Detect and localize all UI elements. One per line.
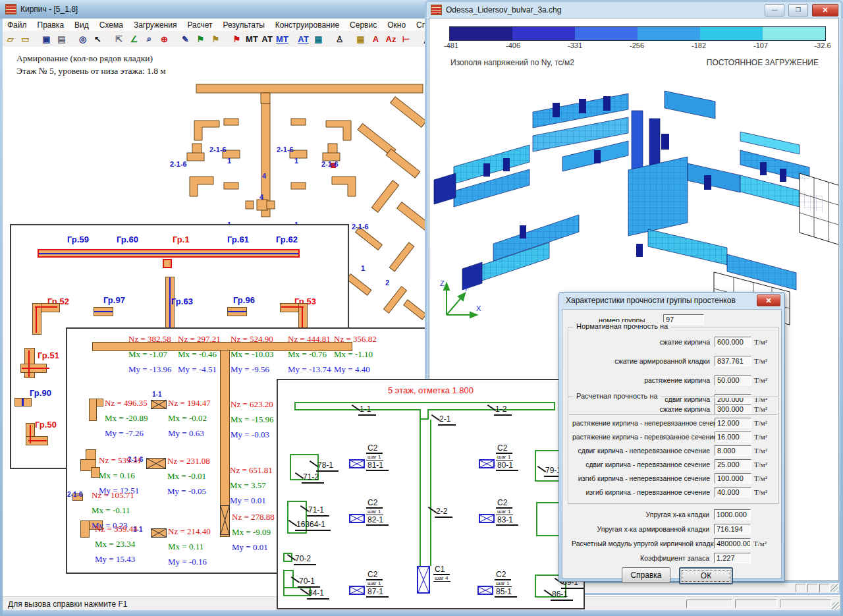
menu-item[interactable]: Загружения: [129, 20, 182, 30]
flag-marker-icon[interactable]: ⊢: [398, 32, 414, 46]
field-label: изгиб кирпича - неперевязанное сечение: [572, 474, 715, 482]
section-tag: 1-1: [152, 391, 161, 398]
flags-green-icon[interactable]: ⚑: [193, 32, 208, 46]
close-button[interactable]: ✕: [812, 4, 838, 16]
odessa-title: Odessa_Lidersov_bulvar_3a.chg: [446, 5, 761, 14]
value-field[interactable]: 12.000: [715, 418, 751, 428]
menu-item[interactable]: Конструирование: [271, 20, 344, 30]
normative-group-title: Нормативная прочность на: [574, 322, 670, 330]
value-field[interactable]: 8.000: [715, 445, 751, 456]
value-field[interactable]: 50.000: [715, 375, 751, 385]
at-icon[interactable]: АТ: [259, 32, 275, 46]
unit-label: Т/м²: [751, 357, 775, 365]
resize-grip[interactable]: [832, 602, 840, 610]
force-values: Nz = 231.08Mx = -0.01My = -0.05: [167, 456, 210, 497]
value-field[interactable]: 25.000: [715, 459, 751, 470]
menu-item[interactable]: Окно: [383, 20, 410, 30]
menu-item[interactable]: Расчет: [182, 20, 217, 30]
axis-z-label: Z: [440, 279, 445, 287]
value-field[interactable]: 40.000: [715, 487, 751, 497]
save-icon[interactable]: ▣: [39, 32, 54, 46]
resize-grip[interactable]: [830, 584, 838, 592]
odessa-icon: [431, 5, 442, 15]
at-active-icon[interactable]: АТ: [296, 32, 311, 46]
select-poly-icon[interactable]: ⇱: [111, 32, 126, 46]
dialog-title-bar[interactable]: Характеристики прочности группы простенк…: [559, 293, 784, 308]
menu-item[interactable]: Файл: [3, 20, 32, 30]
menu-item[interactable]: Вид: [70, 20, 94, 30]
pier-label: 84-1: [307, 588, 329, 600]
window-frame-bottom: [0, 610, 843, 616]
minimize-button[interactable]: —: [765, 4, 784, 16]
axes-triad: Z Y X: [435, 277, 484, 326]
value-field[interactable]: 16.000: [715, 432, 751, 442]
value-field[interactable]: 600.000: [715, 337, 751, 347]
flag-red-icon[interactable]: ⚑: [229, 32, 244, 46]
field-label: сдвиг кирпича - перевязанное сечение: [572, 461, 715, 468]
legend-value: -107: [747, 42, 775, 49]
field-label: сжатие кирпича: [572, 338, 715, 346]
field-label: сдвиг кирпича - неперевязанное сечение: [572, 447, 715, 455]
ok-button[interactable]: ОК: [679, 567, 733, 584]
value-field[interactable]: 300.000: [715, 404, 751, 414]
help-button[interactable]: Справка: [622, 567, 670, 583]
dialog-close-button[interactable]: ✕: [757, 294, 780, 306]
restore-button[interactable]: ❐: [788, 4, 808, 16]
flags-yellow-icon[interactable]: ⚑: [208, 32, 223, 46]
dialog-row: сжатие кирпича 600.000 Т/м²: [568, 332, 778, 351]
mt-active-icon[interactable]: МТ: [275, 32, 290, 46]
pencil-icon[interactable]: ✎: [178, 32, 193, 46]
rebar-callout: С2шаг 182-1: [366, 498, 396, 526]
value-field[interactable]: 837.761: [715, 356, 751, 366]
zoom-icon[interactable]: ⌕: [142, 32, 157, 46]
value-field[interactable]: 716.194: [714, 524, 751, 534]
text-a-icon[interactable]: А: [368, 32, 383, 46]
mt-icon[interactable]: МТ: [244, 32, 259, 46]
force-values: Nz = 278.88Mx = -9.09My = 0.01: [232, 512, 275, 553]
open-folder-icon[interactable]: ▭: [18, 32, 33, 46]
wall-piece: [14, 398, 32, 406]
select-cursor-icon[interactable]: ↖: [90, 32, 105, 46]
status-panel: [686, 600, 732, 608]
value-field[interactable]: 100.000: [715, 473, 751, 484]
section-mark: 1-2: [494, 405, 512, 416]
design-groupbox: Расчетная прочность на сжатие кирпича 30…: [568, 397, 778, 504]
section-tag: 2-1-6: [67, 491, 82, 498]
result-table-icon[interactable]: ▦: [311, 32, 326, 46]
menu-item[interactable]: Сервис: [345, 20, 381, 30]
dialog-row: сдвиг кирпича - перевязанное сечение 25.…: [568, 457, 778, 471]
pier-label: 71-1: [307, 505, 329, 517]
pan-crosshair-icon[interactable]: ⊕: [157, 32, 172, 46]
axis-x-label: X: [476, 304, 481, 312]
value-field[interactable]: 480000.000: [714, 538, 751, 549]
menu-item[interactable]: Схема: [95, 20, 128, 30]
group-label: Гр.59: [67, 235, 89, 244]
main-window-title: Кирпич - [5_1,8]: [20, 5, 78, 14]
print-preview-icon[interactable]: ◎: [75, 32, 90, 46]
pier-label: 70-1: [298, 576, 320, 588]
text-az-icon[interactable]: Аz: [383, 32, 398, 46]
plan-label: 2-1-6: [209, 146, 227, 154]
plan-label: 2-1-6: [352, 223, 369, 231]
open-icon[interactable]: ▱: [3, 32, 18, 46]
menu-item[interactable]: Результаты: [219, 20, 269, 30]
plan-label: 4: [262, 172, 266, 180]
legend-value: -182: [685, 42, 713, 49]
field-label: Расчетный модуль упругой кирпичной кладк…: [572, 540, 714, 547]
extra-rows: Упругая х-ка кладки 1000.000 Упругая х-к…: [568, 507, 777, 565]
force-values: Nz = 194.47Mx = -0.02My = 0.63: [168, 398, 211, 439]
value-field[interactable]: 1000.000: [714, 509, 751, 520]
value-field[interactable]: 1.227: [714, 553, 751, 563]
app-icon: [5, 4, 16, 14]
field-label: сжатие армированной кладки: [572, 357, 715, 365]
wall-piece: [227, 307, 247, 316]
pier-label: 70-2: [294, 554, 316, 565]
table-icon[interactable]: ▦: [353, 32, 368, 46]
print-icon[interactable]: ▤: [54, 32, 69, 46]
menu-item[interactable]: Правка: [33, 20, 69, 30]
axes-icon[interactable]: ∠: [126, 32, 142, 46]
dialog-row: сдвиг кирпича - неперевязанное сечение 8…: [568, 443, 778, 457]
odessa-title-bar[interactable]: Odessa_Lidersov_bulvar_3a.chg — ❐ ✕: [427, 2, 841, 18]
person-icon[interactable]: ♙: [332, 32, 347, 46]
plan-label: 2-1-6: [277, 146, 294, 154]
